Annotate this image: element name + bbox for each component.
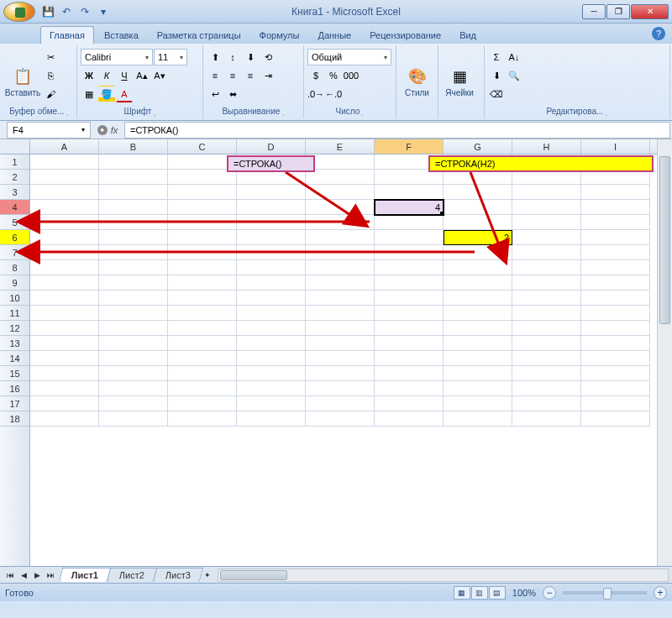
- qat-dropdown-icon[interactable]: ▾: [96, 4, 111, 19]
- copy-icon[interactable]: ⎘: [42, 67, 59, 84]
- col-header[interactable]: E: [306, 139, 375, 154]
- horizontal-scrollbar[interactable]: [218, 568, 669, 582]
- border-icon[interactable]: ▦: [81, 86, 97, 102]
- row-header[interactable]: 15: [0, 366, 29, 381]
- align-middle-icon[interactable]: ↕: [224, 49, 241, 65]
- row-header[interactable]: 13: [0, 336, 29, 351]
- wrap-text-icon[interactable]: ↩: [207, 86, 223, 102]
- row-header[interactable]: 4: [0, 200, 29, 215]
- cut-icon[interactable]: ✂: [42, 49, 59, 65]
- sheet-tab-3[interactable]: Лист3: [153, 568, 204, 582]
- number-format-combo[interactable]: Общий▾: [307, 49, 391, 65]
- sheet-tab-2[interactable]: Лист2: [107, 568, 158, 582]
- grow-font-icon[interactable]: A▴: [134, 67, 150, 84]
- row-header[interactable]: 12: [0, 321, 29, 336]
- italic-button[interactable]: К: [98, 67, 115, 84]
- row-header[interactable]: 7: [0, 245, 29, 260]
- currency-icon[interactable]: $: [307, 67, 324, 84]
- redo-icon[interactable]: ↷: [77, 4, 92, 19]
- fill-color-icon[interactable]: 🪣: [98, 86, 115, 102]
- col-header[interactable]: F: [375, 139, 444, 154]
- fill-icon[interactable]: ⬇: [488, 67, 505, 84]
- styles-button[interactable]: 🎨 Стили: [400, 47, 434, 117]
- sheet-tab-1[interactable]: Лист1: [59, 568, 112, 582]
- align-left-icon[interactable]: ≡: [207, 67, 223, 84]
- row-header[interactable]: 18: [0, 411, 29, 427]
- name-box[interactable]: F4▾: [7, 122, 91, 139]
- increase-decimal-icon[interactable]: .0→: [307, 86, 324, 102]
- row-header[interactable]: 14: [0, 351, 29, 366]
- maximize-button[interactable]: ❐: [606, 4, 630, 19]
- align-center-icon[interactable]: ≡: [224, 67, 241, 84]
- select-all-corner[interactable]: [0, 139, 30, 154]
- tab-insert[interactable]: Вставка: [96, 27, 147, 44]
- format-painter-icon[interactable]: 🖌: [42, 86, 59, 102]
- minimize-button[interactable]: ─: [582, 4, 606, 19]
- office-button[interactable]: [3, 2, 35, 22]
- col-header[interactable]: H: [512, 139, 581, 154]
- decrease-decimal-icon[interactable]: ←.0: [325, 86, 342, 102]
- new-sheet-icon[interactable]: ✦: [201, 568, 214, 582]
- align-bottom-icon[interactable]: ⬇: [242, 49, 259, 65]
- formula-input[interactable]: =СТРОКА(): [124, 122, 670, 139]
- sort-icon[interactable]: A↓: [506, 49, 522, 65]
- tab-layout[interactable]: Разметка страницы: [149, 27, 249, 44]
- row-header[interactable]: 16: [0, 381, 29, 396]
- tab-review[interactable]: Рецензирование: [361, 27, 449, 44]
- prev-sheet-icon[interactable]: ◀: [17, 568, 30, 582]
- fx-button[interactable]: ● fx: [91, 125, 124, 135]
- col-header[interactable]: I: [581, 139, 650, 154]
- save-icon[interactable]: 💾: [40, 4, 55, 19]
- help-icon[interactable]: ?: [652, 27, 665, 40]
- row-header[interactable]: 8: [0, 260, 29, 275]
- zoom-level[interactable]: 100%: [512, 588, 536, 598]
- row-header[interactable]: 6: [0, 230, 29, 245]
- font-name-combo[interactable]: Calibri▾: [81, 49, 153, 65]
- col-header[interactable]: B: [99, 139, 168, 154]
- normal-view-icon[interactable]: ▦: [454, 586, 470, 600]
- row-header[interactable]: 9: [0, 275, 29, 291]
- align-right-icon[interactable]: ≡: [242, 67, 259, 84]
- indent-icon[interactable]: ⇥: [260, 67, 276, 84]
- zoom-in-button[interactable]: +: [654, 586, 667, 600]
- next-sheet-icon[interactable]: ▶: [30, 568, 44, 582]
- cell-F4[interactable]: 4: [375, 200, 444, 215]
- percent-icon[interactable]: %: [325, 67, 342, 84]
- row-header[interactable]: 11: [0, 306, 29, 321]
- col-header[interactable]: D: [237, 139, 306, 154]
- bold-button[interactable]: Ж: [81, 67, 97, 84]
- zoom-out-button[interactable]: −: [543, 586, 556, 600]
- find-icon[interactable]: 🔍: [506, 67, 522, 84]
- row-header[interactable]: 1: [0, 154, 29, 170]
- cells-area[interactable]: 4 2: [30, 154, 657, 566]
- autosum-icon[interactable]: Σ: [488, 49, 505, 65]
- row-header[interactable]: 2: [0, 170, 29, 185]
- row-header[interactable]: 17: [0, 396, 29, 411]
- clear-icon[interactable]: ⌫: [488, 86, 505, 102]
- orientation-icon[interactable]: ⟲: [260, 49, 276, 65]
- vertical-scrollbar[interactable]: [657, 139, 672, 566]
- tab-data[interactable]: Данные: [309, 27, 360, 44]
- comma-icon[interactable]: 000: [343, 67, 360, 84]
- undo-icon[interactable]: ↶: [59, 4, 74, 19]
- cell-G6[interactable]: 2: [444, 230, 512, 245]
- merge-icon[interactable]: ⬌: [224, 86, 241, 102]
- col-header[interactable]: G: [444, 139, 512, 154]
- align-top-icon[interactable]: ⬆: [207, 49, 223, 65]
- font-color-icon[interactable]: A: [116, 86, 133, 102]
- row-header[interactable]: 3: [0, 185, 29, 200]
- tab-home[interactable]: Главная: [40, 26, 94, 44]
- underline-button[interactable]: Ч: [116, 67, 133, 84]
- tab-formulas[interactable]: Формулы: [251, 27, 308, 44]
- last-sheet-icon[interactable]: ⏭: [44, 568, 57, 582]
- row-header[interactable]: 10: [0, 291, 29, 306]
- cells-button[interactable]: ▦ Ячейки: [442, 47, 477, 117]
- first-sheet-icon[interactable]: ⏮: [3, 568, 17, 582]
- tab-view[interactable]: Вид: [451, 27, 485, 44]
- zoom-slider[interactable]: [563, 591, 647, 594]
- row-header[interactable]: 5: [0, 215, 29, 230]
- shrink-font-icon[interactable]: A▾: [151, 67, 168, 84]
- close-button[interactable]: ✕: [631, 4, 669, 19]
- col-header[interactable]: A: [30, 139, 99, 154]
- col-header[interactable]: C: [168, 139, 237, 154]
